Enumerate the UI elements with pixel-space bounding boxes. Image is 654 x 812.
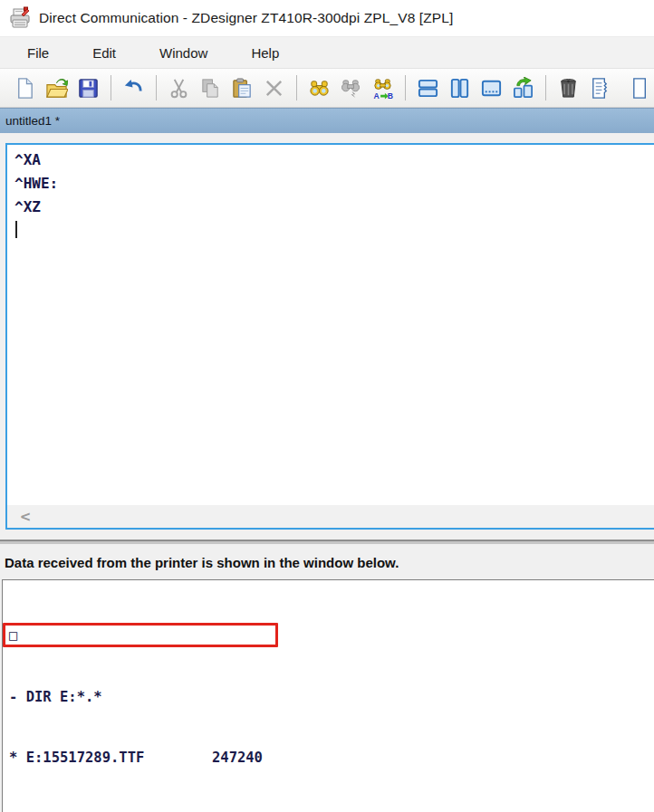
arrange-windows-button[interactable] xyxy=(511,76,535,100)
output-line: □ xyxy=(9,626,654,646)
editor-line: ^XZ xyxy=(14,196,654,219)
new-document-icon xyxy=(14,77,36,100)
toolbar-separator xyxy=(111,75,111,100)
output-line: * E:GB.DAT 29780 xyxy=(9,809,654,812)
toolbar: A B xyxy=(0,69,654,108)
open-file-button[interactable] xyxy=(44,76,69,100)
menu-help[interactable]: Help xyxy=(235,39,295,67)
toolbar-separator xyxy=(545,75,546,100)
delete-button[interactable] xyxy=(262,76,286,100)
cascade-windows-button[interactable] xyxy=(479,76,504,100)
tile-horizontal-button[interactable] xyxy=(416,76,440,100)
find-next-icon xyxy=(340,77,362,100)
toolbar-separator xyxy=(296,75,297,100)
svg-text:A: A xyxy=(373,91,380,100)
zpl-editor[interactable]: ^XA^HWE:^XZ < xyxy=(5,143,654,530)
menu-window[interactable]: Window xyxy=(143,39,224,67)
toolbar-separator xyxy=(156,75,157,100)
save-file-icon xyxy=(77,77,100,100)
replace-icon: A B xyxy=(371,77,394,100)
tile-vertical-icon xyxy=(448,77,471,100)
tile-vertical-button[interactable] xyxy=(447,76,472,100)
find-icon xyxy=(308,77,331,100)
document-tab-strip: untitled1 * xyxy=(0,108,654,133)
menu-file[interactable]: File xyxy=(11,39,65,67)
received-data-output[interactable]: □ - DIR E:*.* * E:15517289.TTF 247240 * … xyxy=(2,579,654,812)
undo-icon xyxy=(122,77,145,100)
pane-splitter[interactable] xyxy=(0,540,654,544)
editor-line: ^HWE: xyxy=(14,172,654,196)
open-file-icon xyxy=(45,77,68,100)
tile-horizontal-icon xyxy=(417,77,439,100)
find-button[interactable] xyxy=(307,76,332,100)
toolbar-separator xyxy=(405,75,406,100)
received-data-document-icon xyxy=(589,77,611,100)
copy-icon xyxy=(199,77,222,100)
clipped-toolbar-button[interactable] xyxy=(629,76,653,100)
trash-icon xyxy=(557,77,580,100)
horizontal-scrollbar[interactable]: < xyxy=(7,505,654,528)
menu-bar: File Edit Window Help xyxy=(0,37,654,69)
trash-button[interactable] xyxy=(556,76,581,100)
output-line: - DIR E:*.* xyxy=(9,687,654,708)
cascade-windows-icon xyxy=(480,77,503,100)
text-cursor xyxy=(15,221,17,238)
received-data-document-button[interactable] xyxy=(588,76,612,100)
output-line-highlighted: * E:15517289.TTF 247240 xyxy=(9,748,654,769)
svg-text:B: B xyxy=(388,91,393,100)
received-data-label: Data received from the printer is shown … xyxy=(5,555,649,570)
delete-icon xyxy=(263,77,285,100)
editor-code[interactable]: ^XA^HWE:^XZ xyxy=(14,148,654,219)
direct-communication-window: { "window": { "title": "Direct Communica… xyxy=(0,0,654,812)
arrange-windows-icon xyxy=(512,77,534,100)
tab-untitled1[interactable]: untitled1 * xyxy=(5,114,60,128)
editor-line: ^XA xyxy=(14,148,654,172)
title-bar: Direct Communication - ZDesigner ZT410R-… xyxy=(0,0,654,37)
menu-edit[interactable]: Edit xyxy=(76,39,132,67)
new-document-button[interactable] xyxy=(13,76,37,100)
paste-button[interactable] xyxy=(230,76,255,100)
copy-button[interactable] xyxy=(198,76,223,100)
save-file-button[interactable] xyxy=(76,76,101,100)
cut-icon xyxy=(168,77,190,100)
cut-button[interactable] xyxy=(167,76,191,100)
window-title: Direct Communication - ZDesigner ZT410R-… xyxy=(39,10,453,26)
find-next-button[interactable] xyxy=(339,76,363,100)
replace-button[interactable]: A B xyxy=(370,76,395,100)
output-text: □ - DIR E:*.* * E:15517289.TTF 247240 * … xyxy=(9,585,654,812)
undo-button[interactable] xyxy=(121,76,146,100)
scroll-left-arrow-icon[interactable]: < xyxy=(11,505,40,528)
clipped-partial-icon xyxy=(630,77,652,100)
paste-icon xyxy=(231,77,254,100)
printer-with-red-pen-icon xyxy=(8,6,32,30)
